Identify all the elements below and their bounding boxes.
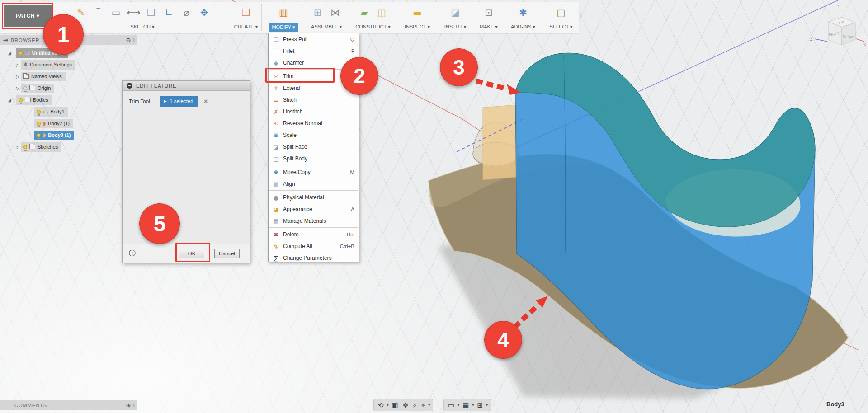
tree-row-origin[interactable]: ▷ Origin [14, 83, 54, 93]
midplane-icon[interactable]: ◫ [375, 6, 389, 19]
browser-minimize-icon[interactable]: ⊖ [126, 37, 131, 43]
tree-row-sketches[interactable]: ▷ Sketches [14, 142, 61, 152]
visibility-bulb-icon[interactable] [23, 145, 27, 149]
menu-item-appearance[interactable]: ◕AppearanceA [269, 203, 359, 215]
move-points-icon[interactable]: ✥ [198, 6, 211, 19]
insert-image-icon[interactable]: ◪ [448, 6, 462, 19]
viewports-caret-icon[interactable]: ▾ [486, 403, 488, 407]
joint-icon[interactable]: ⋈ [329, 6, 342, 19]
dialog-collapse-icon[interactable]: – [127, 83, 132, 89]
browser-collapse-icon[interactable]: ◀◀ [3, 38, 7, 42]
expand-icon[interactable]: ▷ [14, 62, 21, 67]
menu-item-split-face[interactable]: ◪Split Face [269, 141, 359, 153]
grid-caret-icon[interactable]: ▾ [472, 403, 474, 407]
stitch-icon[interactable]: ▥ [277, 6, 290, 19]
offset-plane-icon[interactable]: ▰ [358, 6, 371, 19]
zoom-icon[interactable]: ⌕ [411, 401, 418, 409]
browser-panel-header[interactable]: ◀◀ BROWSER ⊖ ‖ [0, 35, 137, 45]
dialog-header[interactable]: – EDIT FEATURE [123, 81, 250, 91]
tab-select[interactable]: SELECT ▾ [543, 23, 579, 31]
menu-item-unstitch[interactable]: ✗Unstitch [269, 106, 359, 117]
tab-make[interactable]: MAKE ▾ [475, 23, 503, 31]
tree-row-document-settings[interactable]: ▷ ✱ Document Settings [14, 60, 75, 70]
tree-row-bodies[interactable]: ◢ Bodies [6, 95, 52, 105]
tab-modify[interactable]: MODIFY ▾ [264, 23, 303, 31]
workspace-selector-button[interactable]: PATCH ▾ [4, 5, 52, 27]
visibility-bulb-icon[interactable] [37, 110, 41, 114]
grid-settings-icon[interactable]: ▦ [461, 401, 470, 409]
menu-item-scale[interactable]: ▣Scale [269, 129, 359, 141]
tab-sketch[interactable]: SKETCH ▾ [58, 23, 227, 31]
tree-row-body1[interactable]: ○ Body1 [34, 107, 68, 117]
activate-radio-icon[interactable]: ⊙ [60, 50, 65, 56]
menu-item-label: Manage Materials [283, 218, 354, 224]
ok-button[interactable]: OK [179, 249, 204, 258]
comments-grip-icon[interactable]: ‖ [132, 403, 135, 408]
create-sketch-icon[interactable]: ✎ [74, 6, 88, 19]
menu-item-compute-all[interactable]: ↯Compute AllCtrl+B [269, 240, 359, 252]
pan-icon[interactable]: ✥ [401, 401, 410, 409]
orbit-caret-icon[interactable]: ▾ [387, 403, 389, 407]
tab-create[interactable]: CREATE ▾ [231, 23, 260, 31]
sphere-diameter-icon[interactable]: ⌀ [180, 6, 193, 19]
display-settings-icon[interactable]: ▭ [447, 401, 456, 409]
comments-bar[interactable]: COMMENTS ⊕ ‖ [0, 400, 137, 410]
menu-item-press-pull[interactable]: ❏Press PullQ [269, 33, 359, 45]
trim-tool-selection-button[interactable]: ➤ 1 selected [160, 96, 198, 107]
expand-icon[interactable]: ▷ [14, 74, 21, 79]
fit-icon[interactable]: ⌖ [420, 401, 426, 409]
display-caret-icon[interactable]: ▾ [458, 403, 459, 407]
scripts-addins-icon[interactable]: ✱ [516, 6, 530, 19]
project-icon[interactable]: ❒ [145, 6, 158, 19]
menu-item-fillet[interactable]: ⌒FilletF [269, 45, 359, 57]
menu-item-physical-material[interactable]: ●Physical Material [269, 192, 359, 203]
expand-icon[interactable]: ◢ [6, 51, 13, 56]
measure-icon[interactable]: ▬ [410, 6, 424, 19]
select-icon[interactable]: ▢ [554, 6, 568, 19]
visibility-bulb-icon[interactable] [37, 122, 41, 126]
menu-item-extend[interactable]: ⇧Extend [269, 82, 359, 94]
cancel-button[interactable]: Cancel [214, 249, 240, 258]
browser-grip-icon[interactable]: ‖ [132, 38, 135, 43]
tree-row-root[interactable]: ◢ ❑ Untitled v2 ⊙ [6, 48, 68, 58]
tab-construct[interactable]: CONSTRUCT ▾ [351, 23, 395, 31]
rectangle-icon[interactable]: ▭ [109, 6, 123, 19]
tree-row-named-views[interactable]: ▷ Named Views [14, 71, 66, 81]
create-patch-icon[interactable]: ❑ [239, 6, 253, 19]
clear-selection-icon[interactable]: ✕ [203, 98, 208, 105]
tab-assemble[interactable]: ASSEMBLE ▾ [306, 23, 347, 31]
offset-icon[interactable]: ∟ [162, 6, 176, 19]
expand-icon[interactable]: ◢ [6, 98, 13, 103]
add-comment-icon[interactable]: ⊕ [126, 402, 131, 408]
orbit-icon[interactable]: ⟲ [377, 401, 385, 409]
menu-item-chamfer[interactable]: ◆Chamfer [269, 57, 359, 69]
3d-print-icon[interactable]: ⊡ [482, 6, 495, 19]
tree-row-body2[interactable]: ◗ Body2 (1) [34, 118, 73, 128]
menu-item-reverse-normal[interactable]: ⟲Reverse Normal [269, 117, 359, 129]
fit-caret-icon[interactable]: ▾ [428, 403, 430, 407]
arc-icon[interactable]: ⌒ [92, 6, 105, 19]
tree-row-body3-selected[interactable]: ◗ Body3 (1) [34, 130, 74, 140]
new-component-icon[interactable]: ⊞ [311, 6, 325, 19]
menu-item-delete[interactable]: ✖DeleteDel [269, 229, 359, 240]
menu-item-trim[interactable]: ✂Trim [269, 70, 359, 82]
tab-inspect[interactable]: INSPECT ▾ [399, 23, 436, 31]
menu-item-manage-materials[interactable]: ▦Manage Materials [269, 215, 359, 227]
visibility-bulb-icon[interactable] [37, 133, 41, 137]
sketch-dimension-icon[interactable]: ⟷ [127, 6, 141, 19]
tab-addins[interactable]: ADD-INS ▾ [505, 23, 541, 31]
visibility-bulb-icon[interactable] [19, 98, 23, 102]
menu-item-align[interactable]: ▥Align [269, 178, 359, 190]
expand-icon[interactable]: ▷ [14, 145, 21, 150]
tab-insert[interactable]: INSERT ▾ [439, 23, 471, 31]
expand-icon[interactable]: ▷ [14, 86, 21, 91]
menu-item-move-copy[interactable]: ✥Move/CopyM [269, 166, 359, 178]
menu-item-change-parameters[interactable]: ∑Change Parameters [269, 252, 359, 264]
viewports-icon[interactable]: ⊞ [476, 401, 484, 409]
menu-item-stitch[interactable]: ≡Stitch [269, 94, 359, 106]
menu-item-split-body[interactable]: ◫Split Body [269, 153, 359, 164]
info-icon[interactable]: ⓘ [129, 249, 136, 258]
visibility-bulb-icon[interactable] [23, 86, 27, 90]
visibility-bulb-icon[interactable] [19, 51, 23, 55]
look-at-icon[interactable]: ▣ [391, 401, 400, 409]
